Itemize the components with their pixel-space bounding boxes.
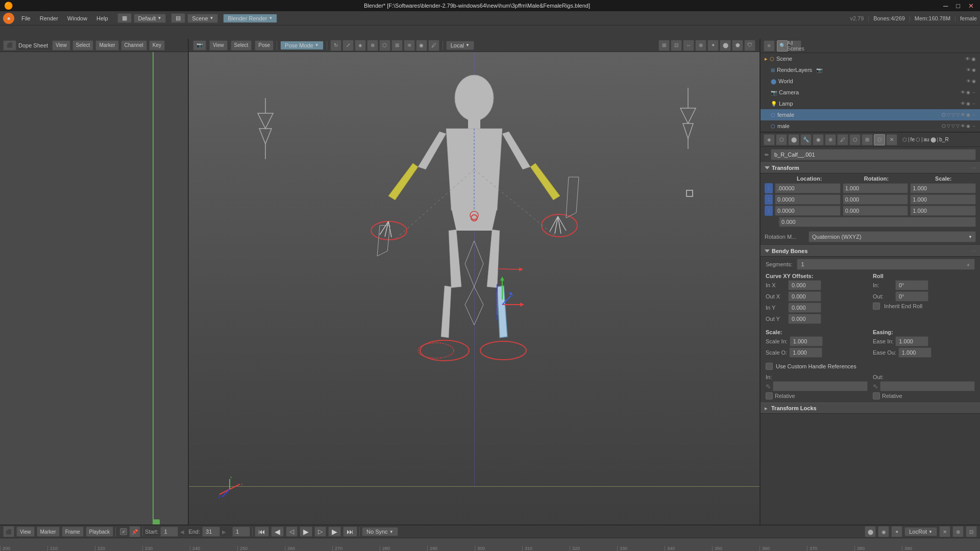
menu-render[interactable]: Render	[36, 14, 62, 22]
orientation-btn[interactable]: Local ▼	[446, 41, 474, 50]
vp-btn8[interactable]: ⛉	[744, 40, 755, 51]
vp-btn7[interactable]: ⬟	[732, 40, 743, 51]
female-arrow[interactable]: →	[971, 112, 976, 117]
close-button[interactable]: ✕	[966, 2, 976, 10]
bone-name-field[interactable]: b_R_Calf__.001	[771, 149, 976, 160]
outliner-scene[interactable]: ▸ ⬡ Scene 👁 ◉	[761, 53, 980, 64]
scale-out-field[interactable]: 1.000	[789, 347, 822, 358]
out-handle-field[interactable]	[880, 381, 975, 391]
female-eye[interactable]: 👁	[961, 112, 965, 117]
timeline-playback-menu[interactable]: Playback	[86, 527, 114, 537]
outliner-view-btn[interactable]: ≡	[764, 40, 775, 52]
vp-btn1[interactable]: ⊞	[658, 40, 670, 51]
select-menu-btn[interactable]: Select	[231, 40, 252, 51]
inherit-end-roll-checkbox[interactable]	[873, 303, 880, 310]
camera-eye[interactable]: 👁	[961, 90, 965, 95]
rot-z[interactable]: 0.000	[843, 206, 909, 216]
relative-out-checkbox[interactable]	[873, 392, 880, 399]
segments-field[interactable]: 1 ▲	[797, 259, 975, 270]
prop-tool9[interactable]: ⊞	[862, 134, 873, 145]
rot-x[interactable]: 1.000	[843, 183, 909, 193]
tl-btn2[interactable]: ◉	[878, 526, 889, 537]
scene-name-btn[interactable]: Scene ▼	[187, 14, 218, 23]
female-restrict1[interactable]: ▽	[947, 112, 950, 117]
lamp-eye[interactable]: 👁	[961, 101, 965, 106]
timeline-content[interactable]	[0, 52, 188, 531]
jump-end-btn[interactable]: ⏭	[343, 527, 357, 537]
camera-arrow[interactable]: →	[971, 90, 976, 95]
loc-z[interactable]: 0.0000	[775, 206, 841, 216]
renderlayers-render[interactable]: ◉	[972, 67, 976, 72]
minimize-button[interactable]: ─	[941, 2, 950, 10]
editor-type-btn[interactable]: ▦	[117, 13, 132, 23]
outliner-male[interactable]: ⬡ male ⬡ ▽ ▽ ▽ 👁 ◉ →	[761, 120, 980, 132]
mode-btn7[interactable]: 🖊	[428, 40, 439, 51]
out-y-field[interactable]: 0.000	[788, 314, 821, 324]
prev-keyframe-btn[interactable]: ◁	[286, 527, 298, 537]
maximize-button[interactable]: □	[954, 2, 962, 10]
world-eye[interactable]: 👁	[966, 79, 971, 84]
scale-x[interactable]: 1.000	[910, 183, 976, 193]
jump-start-btn[interactable]: ⏮	[255, 527, 269, 537]
outliner-world[interactable]: ⬤ World 👁 ◉	[761, 76, 980, 87]
menu-window[interactable]: Window	[63, 14, 91, 22]
ease-in-field[interactable]: 1.000	[895, 336, 928, 346]
prop-tool5[interactable]: ◉	[813, 134, 824, 145]
prop-tool6[interactable]: ⊕	[825, 134, 836, 145]
outliner-female[interactable]: ⬡ female ⬡ ▽ ▽ ▽ 👁 ◉ →	[761, 109, 980, 120]
bb-options[interactable]: ⋯	[971, 248, 976, 254]
male-restrict2[interactable]: ▽	[951, 123, 955, 129]
dopesheet-key-menu[interactable]: Key	[149, 40, 165, 51]
dopesheet-editor-btn[interactable]: ⬛	[3, 40, 16, 51]
dopesheet-marker-menu[interactable]: Marker	[95, 40, 118, 51]
prop-tool-bone[interactable]: ⬡	[874, 134, 885, 145]
viewport-3d[interactable]: 📷 View Select Pose Pose Mode ▼ ↻ ⤢ ◈ ⊕ ⬡…	[189, 39, 761, 551]
prop-tool10[interactable]: ✕	[886, 134, 897, 145]
vp-btn3[interactable]: ↔	[683, 40, 694, 51]
menu-help[interactable]: Help	[92, 14, 112, 22]
dopesheet-view-menu[interactable]: View	[52, 40, 70, 51]
prop-tool2[interactable]: ⬡	[776, 134, 787, 145]
world-render[interactable]: ◉	[972, 79, 976, 84]
mode-btn3[interactable]: ⬡	[379, 40, 390, 51]
prop-tool7[interactable]: 🖊	[837, 134, 848, 145]
scale-y[interactable]: 1.000	[910, 194, 976, 205]
in-x-field[interactable]: 0.000	[788, 280, 821, 290]
renderlayers-eye[interactable]: 👁	[966, 67, 971, 72]
viewport-editor-type[interactable]: 📷	[193, 40, 206, 51]
rotation-mode-dropdown[interactable]: Quaternion (WXYZ) ▼	[808, 231, 976, 242]
transform-section-header[interactable]: Transform ⋯	[761, 162, 980, 173]
dopesheet-select-menu[interactable]: Select	[72, 40, 94, 51]
scene-camera-icon[interactable]: ◉	[971, 56, 976, 62]
default-layout-btn[interactable]: Default ▼	[134, 14, 166, 23]
next-frame-btn[interactable]: ▶	[328, 527, 341, 537]
relative-in-checkbox[interactable]	[766, 392, 773, 399]
female-render[interactable]: ◉	[966, 112, 970, 117]
outliner-camera[interactable]: 📷 Camera 👁 ◉ →	[761, 87, 980, 98]
male-restrict3[interactable]: ▽	[956, 123, 960, 129]
tl-btn1[interactable]: ⬤	[865, 526, 876, 537]
vp-btn6[interactable]: ⬤	[720, 40, 731, 51]
transform-options[interactable]: ⋯	[971, 165, 976, 171]
loc-y[interactable]: 0.0000	[775, 194, 841, 205]
start-frame-field[interactable]: 1	[160, 527, 178, 537]
timeline-view-menu[interactable]: View	[16, 527, 35, 537]
in-handle-field[interactable]	[773, 381, 868, 391]
female-restrict2[interactable]: ▽	[951, 112, 955, 117]
mode-btn5[interactable]: ≋	[404, 40, 415, 51]
female-restrict3[interactable]: ▽	[956, 112, 960, 117]
prop-tool4[interactable]: 🔧	[800, 134, 812, 145]
sync-mode-btn[interactable]: No Sync ▼	[362, 527, 398, 536]
scale-z[interactable]: 1.000	[910, 206, 976, 216]
next-keyframe-btn[interactable]: ▷	[314, 527, 326, 537]
custom-handle-checkbox[interactable]	[766, 363, 773, 370]
timeline-editor-btn[interactable]: ⬛	[3, 526, 14, 537]
current-frame-field[interactable]: 1	[232, 527, 250, 537]
search-btn[interactable]: 🔍	[777, 40, 788, 52]
lamp-render[interactable]: ◉	[966, 101, 970, 106]
out-roll-field[interactable]: 0°	[895, 291, 928, 302]
tl-btn4[interactable]: ✕	[939, 526, 950, 537]
male-eye[interactable]: 👁	[961, 123, 965, 129]
mode-btn4[interactable]: ⊞	[391, 40, 403, 51]
prop-tool8[interactable]: ⬡	[849, 134, 861, 145]
